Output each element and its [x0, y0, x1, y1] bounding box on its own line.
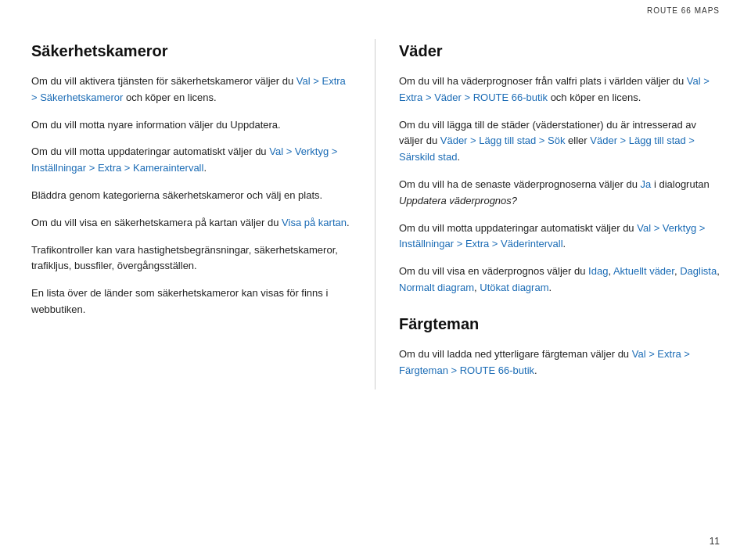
paragraph-2: Om du vill motta nyare information välje…: [31, 117, 351, 134]
link-val-extra-safety[interactable]: Val > Extra > Säkerhetskameror: [31, 75, 346, 103]
brand-label: Route 66 Maps: [647, 5, 720, 16]
link-val-verktyg-vader[interactable]: Val > Verktyg > Inställningar > Extra > …: [399, 222, 705, 250]
link-idag[interactable]: Idag: [588, 265, 608, 277]
right-column: Väder Om du vill ha väderprognoser från …: [376, 39, 720, 389]
right-section-title-weather: Väder: [399, 39, 720, 63]
weather-paragraph-3: Om du vill ha de senaste väderprognosern…: [399, 177, 720, 210]
link-ja-dialog[interactable]: Ja: [641, 178, 652, 190]
weather-paragraph-4: Om du vill motta uppdateringar automatis…: [399, 221, 720, 253]
link-val-verktyg-kamera[interactable]: Val > Verktyg > Inställningar > Extra > …: [31, 145, 337, 174]
left-column: Säkerhetskameror Om du vill aktivera tjä…: [31, 39, 376, 389]
theme-paragraph-1: Om du vill ladda ned ytterligare färgtem…: [399, 346, 720, 379]
dialog-name: Uppdatera väderprognos?: [399, 195, 517, 206]
paragraph-6: Trafikontroller kan vara hastighetsbegrä…: [31, 242, 351, 275]
link-vader-lagg-till-stad-sok[interactable]: Väder > Lägg till stad > Sök: [440, 135, 566, 146]
link-normalt-diagram[interactable]: Normalt diagram: [399, 282, 474, 293]
weather-paragraph-5: Om du vill visa en väderprognos väljer d…: [399, 264, 720, 296]
link-val-extra-vader[interactable]: Val > Extra > Väder > ROUTE 66-butik: [399, 75, 710, 103]
page-number: 11: [710, 534, 720, 548]
link-utokat-diagram[interactable]: Utökat diagram: [480, 282, 548, 293]
right-section-title-theme: Färgteman: [399, 312, 720, 336]
content-area: Säkerhetskameror Om du vill aktivera tjä…: [31, 39, 720, 389]
link-daglista[interactable]: Daglista: [680, 265, 717, 277]
paragraph-3: Om du vill motta uppdateringar automatis…: [31, 144, 351, 177]
weather-paragraph-2: Om du vill lägga till de städer (väderst…: [399, 117, 720, 166]
paragraph-4: Bläddra genom kategorierna säkerhetskame…: [31, 188, 351, 204]
weather-paragraph-1: Om du vill ha väderprognoser från valfri…: [399, 74, 720, 106]
paragraph-1: Om du vill aktivera tjänsten för säkerhe…: [31, 74, 351, 106]
link-aktuellt-vader[interactable]: Aktuellt väder: [613, 265, 674, 277]
paragraph-5: Om du vill visa en säkerhetskamera på ka…: [31, 215, 351, 232]
link-val-extra-fargteman[interactable]: Val > Extra > Färgteman > ROUTE 66-butik: [399, 348, 690, 376]
paragraph-7: En lista över de länder som säkerhetskam…: [31, 285, 351, 318]
left-section-title: Säkerhetskameror: [31, 39, 351, 63]
link-visa-pa-kartan[interactable]: Visa på kartan: [282, 217, 347, 228]
page: Route 66 Maps Säkerhetskameror Om du vil…: [0, 0, 751, 560]
